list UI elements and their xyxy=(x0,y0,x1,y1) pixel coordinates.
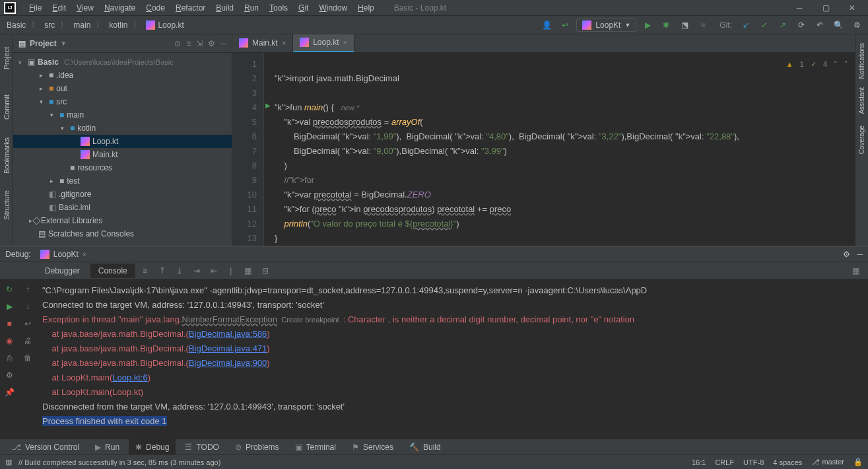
menu-build[interactable]: Build xyxy=(211,1,239,15)
camera-icon[interactable]: ⎙ xyxy=(3,352,15,364)
minimize-button[interactable]: ─ xyxy=(790,1,809,15)
debug-toolbar-btn[interactable]: ≡ xyxy=(138,264,152,278)
git-commit-icon[interactable]: ✓ xyxy=(757,18,772,32)
close-icon[interactable]: × xyxy=(83,250,86,258)
back-icon[interactable]: ↩ xyxy=(558,18,572,32)
tool-project[interactable]: Project xyxy=(3,38,11,78)
tool-notifications[interactable]: Notifications xyxy=(858,41,865,81)
menu-file[interactable]: File xyxy=(24,1,47,15)
next-highlight-icon[interactable]: ˅ xyxy=(844,57,848,71)
settings-icon[interactable]: ⚙ xyxy=(850,18,864,32)
tool-windows-icon[interactable]: ▥ xyxy=(5,458,12,466)
encoding[interactable]: UTF-8 xyxy=(743,458,764,466)
debug-session-tab[interactable]: LoopKt × xyxy=(34,247,93,262)
maximize-button[interactable]: ▢ xyxy=(817,1,835,15)
menu-window[interactable]: Window xyxy=(314,1,352,15)
tree-node[interactable]: ▸■.idea xyxy=(13,69,232,82)
tree-node[interactable]: ■resources xyxy=(13,161,232,174)
menu-navigate[interactable]: Navigate xyxy=(99,1,141,15)
git-push-icon[interactable]: ↗ xyxy=(776,18,790,32)
collapse-all-icon[interactable]: ⇲ xyxy=(196,39,203,48)
run-config-selector[interactable]: LoopKt ▼ xyxy=(576,18,636,32)
bb-build[interactable]: 🔨Build xyxy=(403,439,448,454)
close-icon[interactable]: × xyxy=(343,38,347,46)
debug-toolbar-btn[interactable]: ⇤ xyxy=(207,264,221,278)
layout-icon[interactable]: ▦ xyxy=(848,264,863,278)
coverage-button[interactable]: ⬔ xyxy=(677,18,692,32)
stop-button[interactable]: ■ xyxy=(696,18,710,32)
stop-icon[interactable]: ■ xyxy=(3,318,15,330)
gear-icon[interactable]: ⚙ xyxy=(208,39,215,48)
git-history-icon[interactable]: ⟳ xyxy=(794,18,809,32)
tool-commit[interactable]: Commit xyxy=(3,87,11,127)
bb-problems[interactable]: ⊘Problems xyxy=(228,439,286,454)
inspection-markers[interactable]: ▲1 ✓4 ˄ ˅ xyxy=(786,57,848,71)
expand-all-icon[interactable]: ≡ xyxy=(186,39,191,48)
line-separator[interactable]: CRLF xyxy=(715,458,734,466)
resume-icon[interactable]: ▶ xyxy=(3,301,15,312)
tool-coverage[interactable]: Coverage xyxy=(858,120,865,160)
search-icon[interactable]: 🔍 xyxy=(831,18,846,32)
bb-services[interactable]: ⚑Services xyxy=(345,439,400,454)
gear-icon[interactable]: ⚙ xyxy=(843,250,850,259)
pin-icon[interactable]: 📌 xyxy=(3,386,15,398)
bb-version-control[interactable]: ⎇Version Control xyxy=(5,439,86,454)
tree-node[interactable]: Loop.kt xyxy=(13,135,232,148)
tree-node[interactable]: Main.kt xyxy=(13,148,232,161)
debug-toolbar-btn[interactable]: ⇥ xyxy=(189,264,204,278)
close-button[interactable]: ✕ xyxy=(843,1,861,15)
code-content[interactable]: ▲1 ✓4 ˄ ˅ "k">import java.math.BigDecima… xyxy=(264,53,855,246)
tree-node[interactable]: ▸■out xyxy=(13,82,232,95)
add-user-icon[interactable]: 👤 xyxy=(539,18,554,32)
editor-tab[interactable]: Main.kt× xyxy=(232,34,293,52)
menu-code[interactable]: Code xyxy=(141,1,170,15)
git-rollback-icon[interactable]: ↶ xyxy=(813,18,827,32)
tree-node[interactable]: ▾■main xyxy=(13,108,232,122)
crumb[interactable]: Basic xyxy=(4,20,28,30)
trash-icon[interactable]: 🗑 xyxy=(22,352,34,364)
debug-toolbar-btn[interactable]: ⤓ xyxy=(172,264,187,278)
gutter[interactable]: 1234567891011121314 xyxy=(232,53,264,246)
breadcrumb[interactable]: Basic〉src〉main〉kotlin〉 Loop.kt xyxy=(4,19,187,30)
crumb[interactable]: main xyxy=(71,20,93,30)
debug-toolbar-btn[interactable]: ⤒ xyxy=(155,264,170,278)
project-tree[interactable]: v ▣ Basic C:\Users\lucas\IdeaProjects\Ba… xyxy=(13,53,232,246)
tree-node[interactable]: ▾■src xyxy=(13,95,232,108)
git-branch[interactable]: ⎇ master xyxy=(811,458,844,466)
subtab-console[interactable]: Console xyxy=(90,264,135,278)
editor-tab[interactable]: Loop.kt× xyxy=(293,34,354,52)
menu-tools[interactable]: Tools xyxy=(264,1,293,15)
settings-icon[interactable]: ⚙ xyxy=(3,369,15,381)
debug-button[interactable]: ✱ xyxy=(659,18,673,32)
hide-icon[interactable]: ─ xyxy=(220,39,226,48)
project-header[interactable]: ▤ Project ▼ xyxy=(18,39,67,48)
menu-run[interactable]: Run xyxy=(239,1,264,15)
select-opened-icon[interactable]: ⊙ xyxy=(174,39,181,48)
menu-edit[interactable]: Edit xyxy=(47,1,71,15)
breakpoints-icon[interactable]: ◉ xyxy=(3,335,15,347)
debug-toolbar-btn[interactable]: ⊟ xyxy=(258,264,273,278)
git-update-icon[interactable]: ↙ xyxy=(739,18,753,32)
wrap-icon[interactable]: ↩ xyxy=(22,318,34,330)
prev-highlight-icon[interactable]: ˄ xyxy=(834,57,838,71)
hide-icon[interactable]: ─ xyxy=(857,250,863,259)
crumb[interactable]: kotlin xyxy=(106,20,130,30)
console-output[interactable]: "C:\Program Files\Java\jdk-17\bin\java.e… xyxy=(37,279,868,439)
subtab-debugger[interactable]: Debugger xyxy=(37,264,88,278)
print-icon[interactable]: 🖨 xyxy=(22,335,34,347)
bb-terminal[interactable]: ▣Terminal xyxy=(288,439,343,454)
bb-debug[interactable]: ✱Debug xyxy=(129,439,176,454)
close-icon[interactable]: × xyxy=(282,39,286,47)
crumb[interactable]: Loop.kt xyxy=(143,20,186,30)
bb-todo[interactable]: ☰TODO xyxy=(178,439,225,454)
rerun-icon[interactable]: ↻ xyxy=(3,283,15,295)
tree-node[interactable]: ▤Scratches and Consoles xyxy=(13,227,232,240)
menu-view[interactable]: View xyxy=(71,1,99,15)
lock-icon[interactable]: 🔒 xyxy=(853,458,863,466)
bb-run[interactable]: ▶Run xyxy=(88,439,126,454)
tree-node[interactable]: ▾■kotlin xyxy=(13,122,232,135)
indent[interactable]: 4 spaces xyxy=(773,458,802,466)
editor-body[interactable]: 1234567891011121314 ▶ ▲1 ✓4 ˄ ˅ "k">impo… xyxy=(232,53,855,246)
tree-node[interactable]: ◧.gitignore xyxy=(13,188,232,201)
menu-git[interactable]: Git xyxy=(293,1,314,15)
